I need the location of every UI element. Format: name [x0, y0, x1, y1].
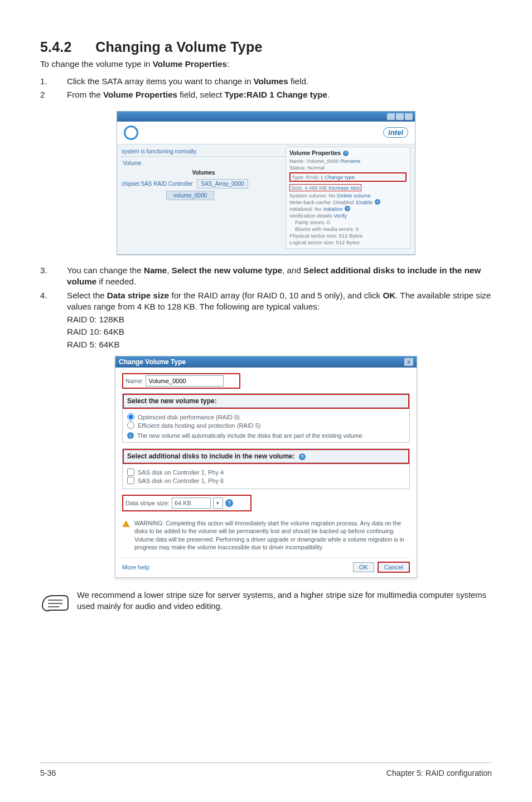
panel-volume-type: Select the new volume type: Optimized di… [122, 393, 410, 443]
maximize-icon[interactable] [396, 113, 404, 120]
window-titlebar [117, 112, 415, 122]
prop-name: Name: Volume_0000 [289, 158, 339, 164]
warning-text: WARNING: Completing this action will imm… [134, 519, 410, 551]
step-2-body: From the Volume Properties field, select… [67, 89, 492, 101]
panel-additional-disks: Select additional disks to include in th… [122, 448, 410, 489]
ok-button[interactable]: OK [353, 562, 374, 572]
warning-block: WARNING: Completing this action will imm… [122, 519, 410, 551]
close-icon[interactable] [405, 113, 413, 120]
step-3-mid2: , and [282, 265, 303, 275]
prop-log-sector: Logical sector size: 512 Bytes [289, 239, 407, 245]
status-line: system is functioning normally. [122, 147, 286, 157]
help-icon[interactable]: ? [343, 151, 349, 156]
screenshot-change-volume-type: Change Volume Type × Name: Select the ne… [115, 356, 417, 578]
radio-raid0[interactable] [127, 413, 134, 421]
disk-2-label: SAS disk on Controller 1, Phy 6 [138, 477, 224, 484]
link-delete-volume[interactable]: Delete volume [337, 192, 371, 199]
volumes-heading: Volumes [122, 170, 286, 176]
highlight-change-type: Type: RAID 1 Change type [289, 172, 407, 182]
intel-badge: intel [383, 127, 408, 138]
step-3-mid1: , [167, 265, 171, 275]
highlight-stripe-size: Data stripe size: 64 KB ▾ ? [122, 495, 252, 511]
step-4: 4. Select the Data stripe size for the R… [40, 290, 492, 351]
step-3-num: 3. [40, 265, 67, 288]
help-icon[interactable]: ? [299, 453, 306, 460]
step-4-pre: Select the [67, 291, 107, 300]
radio-raid5-label: Efficient data hosting and protection (R… [138, 422, 261, 429]
prop-sys-vol: System volume: No [289, 192, 335, 199]
step-3-bold2: Select the new volume type [172, 265, 282, 275]
link-more-help[interactable]: More help [122, 564, 350, 571]
note-icon [40, 590, 69, 612]
chevron-down-icon[interactable]: ▾ [213, 497, 223, 509]
help-icon[interactable]: ? [375, 199, 380, 205]
volume-label: Volume [122, 159, 286, 170]
disk-1-label: SAS disk on Controller 1, Phy 4 [138, 469, 224, 476]
step-2: 2 From the Volume Properties field, sele… [40, 89, 492, 101]
step-1-bold: Volumes [254, 76, 288, 86]
prop-size: Size: 4,468 MB [291, 185, 327, 191]
step-2-bold1: Volume Properties [103, 90, 177, 99]
array-item[interactable]: SAS_Array_0000 [197, 179, 248, 189]
stripe-size-select[interactable]: 64 KB [172, 497, 211, 509]
footer-page-number: 5-36 [40, 769, 56, 777]
highlight-name-field: Name: [122, 373, 240, 389]
step-1-post: field. [288, 76, 308, 86]
intro-line: To change the volume type in Volume Prop… [40, 59, 492, 70]
page-footer: 5-36 Chapter 5: RAID configuration [40, 762, 492, 777]
properties-title: Volume Properties [289, 149, 341, 156]
note-block: We recommend a lower stripe size for ser… [40, 590, 492, 612]
screenshot-volume-properties: intel system is functioning normally. Vo… [117, 111, 415, 255]
link-change-type[interactable]: Change type [325, 174, 355, 180]
step-1: 1. Click the SATA array items you want t… [40, 76, 492, 88]
step-2-bold2: Type:RAID 1 Change type [225, 90, 328, 99]
step-4-bold1: Data stripe size [107, 291, 169, 300]
link-enable[interactable]: Enable [356, 199, 373, 205]
dialog-button-row: More help OK Cancel [122, 558, 410, 573]
help-icon[interactable]: ? [225, 499, 233, 507]
stripe-label: Data stripe size: [125, 500, 170, 506]
note-text: We recommend a lower stripe size for ser… [77, 590, 492, 612]
step-3-pre: You can change the [67, 265, 144, 275]
stripe-value: 64 KB [175, 500, 191, 506]
window-header: intel [117, 122, 415, 144]
step-4-mid1: for the RAID array (for RAID 0, 10 and 5… [169, 291, 383, 300]
checkbox-disk-2[interactable] [127, 477, 134, 484]
step-4-raid5: RAID 5: 64KB [67, 339, 492, 351]
link-initialize[interactable]: Initialize [323, 206, 342, 212]
step-4-num: 4. [40, 290, 67, 351]
info-icon: i [127, 432, 134, 439]
highlight-size: Size: 4,468 MB Increase size [289, 184, 361, 191]
step-1-pre: Click the SATA array items you want to c… [67, 76, 254, 86]
link-rename[interactable]: Rename [340, 158, 360, 164]
radio-raid5[interactable] [127, 422, 134, 429]
panel1-note: The new volume will automatically includ… [137, 432, 364, 439]
radio-raid0-label: Optimized disk performance (RAID 0) [138, 414, 240, 421]
warning-icon [122, 520, 130, 527]
panel-volume-type-head: Select the new volume type: [124, 395, 408, 408]
link-increase-size[interactable]: Increase size [328, 185, 360, 191]
close-icon[interactable]: × [404, 358, 413, 366]
step-2-num: 2 [40, 89, 67, 101]
checkbox-disk-1[interactable] [127, 468, 134, 476]
minimize-icon[interactable] [387, 113, 395, 120]
link-verify[interactable]: Verify [333, 212, 347, 219]
prop-init: Initialized: No [289, 206, 321, 212]
volume-item[interactable]: volume_0000 [166, 191, 214, 200]
intro-bold: Volume Properties [153, 59, 227, 69]
dialog-titlebar: Change Volume Type × [115, 356, 417, 368]
step-4-body: Select the Data stripe size for the RAID… [67, 290, 492, 351]
step-1-body: Click the SATA array items you want to c… [67, 76, 492, 88]
step-3-post: if needed. [96, 277, 136, 286]
intro-post: : [227, 59, 229, 69]
help-icon[interactable]: ? [345, 206, 350, 211]
step-2-post: . [327, 90, 330, 99]
footer-chapter: Chapter 5: RAID configuration [386, 769, 492, 777]
prop-type: Type: RAID 1 [292, 174, 323, 180]
step-1-num: 1. [40, 76, 67, 88]
name-input[interactable] [146, 375, 224, 386]
step-3-bold1: Name [144, 265, 167, 275]
section-title: Changing a Volume Type [95, 39, 262, 55]
step-3: 3. You can change the Name, Select the n… [40, 265, 492, 288]
cancel-button[interactable]: Cancel [378, 562, 410, 573]
